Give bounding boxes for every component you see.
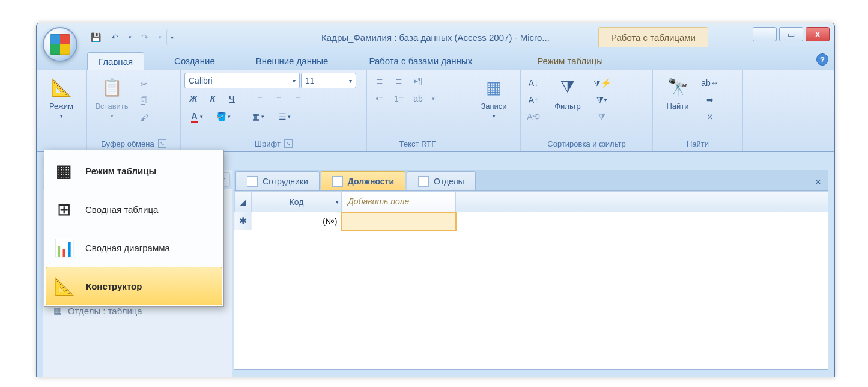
font-name-combo[interactable]: Calibri <box>184 73 300 88</box>
menu-item-pivot-chart[interactable]: 📊 Сводная диаграмма <box>46 228 222 267</box>
close-button[interactable]: X <box>806 27 830 41</box>
datasheet-icon: ▦ <box>52 159 76 183</box>
office-button[interactable] <box>43 27 77 62</box>
paste-label: Вставить <box>95 102 128 111</box>
clipboard-launcher[interactable]: ↘ <box>158 139 166 148</box>
chart-icon: 📊 <box>52 236 76 260</box>
bold-button[interactable]: Ж <box>184 91 202 106</box>
redo-button[interactable]: ↷ <box>136 29 153 45</box>
cell[interactable]: (№) <box>252 212 342 230</box>
alt-row-color-button[interactable]: ☰ <box>272 109 297 124</box>
document-tab[interactable]: Должности <box>321 171 405 190</box>
align-left-icon: ≡ <box>257 94 262 103</box>
font-group-label: Шрифт <box>255 139 281 148</box>
fill-color-button[interactable]: 🪣 <box>211 109 236 124</box>
table-icon <box>332 176 343 187</box>
sort-asc-button[interactable]: A↓ <box>524 75 542 91</box>
highlight-button[interactable]: ab <box>409 91 427 106</box>
bullets-button[interactable]: •≡ <box>371 91 389 106</box>
advanced-filter-button[interactable]: ⧩▾ <box>593 92 611 108</box>
sort-desc-button[interactable]: A↑ <box>524 92 542 108</box>
menu-item-datasheet-view[interactable]: ▦ Режим таблицы <box>46 151 222 190</box>
add-field-column[interactable]: Добавить поле <box>342 192 456 212</box>
minimize-icon: — <box>761 30 769 39</box>
ltr-button[interactable]: ▸¶ <box>409 73 427 88</box>
chevron-down-icon <box>60 113 63 119</box>
italic-button[interactable]: К <box>204 91 222 106</box>
document-tab[interactable]: Отделы <box>407 171 476 190</box>
select-all-corner[interactable]: ◢ <box>235 192 252 212</box>
align-right-button[interactable]: ≡ <box>289 91 307 106</box>
clear-sort-button[interactable]: A⟲ <box>524 109 542 124</box>
ribbon-tab-strip: Главная Создание Внешние данные Работа с… <box>37 51 834 70</box>
align-left-button[interactable]: ≡ <box>250 91 269 106</box>
minimize-button[interactable]: — <box>753 27 777 41</box>
font-color-button[interactable]: A <box>184 109 210 124</box>
view-button[interactable]: 📐 Режим <box>40 73 82 138</box>
arrow-right-icon: ➡ <box>706 95 714 105</box>
tab-database-tools[interactable]: Работа с базами данных <box>358 52 483 70</box>
table-row-new[interactable]: (№) <box>235 212 828 230</box>
find-button[interactable]: 🔭 Найти <box>657 73 699 138</box>
chevron-down-icon <box>261 114 264 120</box>
toggle-filter-button[interactable]: ⧩ <box>593 109 611 124</box>
replace-button[interactable]: ab↔ <box>701 75 719 91</box>
font-size-combo[interactable]: 11 <box>301 73 356 88</box>
scissors-icon: ✂ <box>141 79 148 89</box>
menu-item-pivot-table[interactable]: ⊞ Сводная таблица <box>46 190 222 228</box>
maximize-button[interactable]: ▭ <box>779 27 803 41</box>
decrease-list-button[interactable]: ≣ <box>371 73 389 88</box>
format-painter-button[interactable]: 🖌 <box>135 110 153 126</box>
table-icon: ▦ <box>482 75 506 99</box>
copy-icon: 🗐 <box>140 96 148 106</box>
increase-list-button[interactable]: ≣ <box>390 73 408 88</box>
active-cell[interactable] <box>342 212 456 230</box>
column-header[interactable]: Код <box>252 192 342 212</box>
highlight-dropdown[interactable] <box>428 91 438 106</box>
records-group-label <box>473 138 517 150</box>
font-size-value: 11 <box>305 76 315 85</box>
align-center-icon: ≡ <box>276 94 281 103</box>
undo-button[interactable]: ↶ <box>106 29 123 45</box>
funnel-toggle-icon: ⧩ <box>598 112 605 122</box>
datasheet: ◢ Код Добавить поле (№) <box>234 190 828 370</box>
group-views: 📐 Режим <box>37 70 87 151</box>
chevron-down-icon[interactable] <box>336 199 339 205</box>
tab-home[interactable]: Главная <box>87 52 144 70</box>
tab-table-mode[interactable]: Режим таблицы <box>526 52 614 70</box>
records-button[interactable]: ▦ Записи <box>473 73 515 138</box>
help-button[interactable]: ? <box>816 53 828 66</box>
chevron-down-icon <box>288 114 291 120</box>
paste-button[interactable]: 📋 Вставить <box>91 73 133 138</box>
undo-dropdown[interactable] <box>126 29 134 45</box>
row-selector-new[interactable] <box>235 212 252 230</box>
table-icon <box>418 176 429 187</box>
chevron-down-icon <box>349 78 352 84</box>
cut-button[interactable]: ✂ <box>135 76 153 92</box>
pivot-table-icon: ⊞ <box>52 197 76 221</box>
font-launcher[interactable]: ↘ <box>284 139 293 148</box>
redo-dropdown[interactable] <box>156 29 164 45</box>
align-center-button[interactable]: ≡ <box>270 91 288 106</box>
select-button[interactable]: ⤱ <box>701 109 719 124</box>
document-close-button[interactable]: × <box>815 176 821 189</box>
save-button[interactable]: 💾 <box>87 29 104 45</box>
filter-button[interactable]: ⧩ Фильтр <box>545 73 590 138</box>
tab-external-data[interactable]: Внешние данные <box>245 52 339 70</box>
qat-customize-button[interactable] <box>166 29 177 45</box>
chevron-down-icon <box>293 78 296 84</box>
chevron-down-icon <box>228 114 231 120</box>
document-tab[interactable]: Сотрудники <box>235 171 320 190</box>
find-group-label: Найти <box>657 138 739 150</box>
numbering-button[interactable]: 1≡ <box>390 91 408 106</box>
gridlines-button[interactable]: ▦ <box>246 109 271 124</box>
group-font: Calibri 11 Ж К Ч ≡ ≡ ≡ A 🪣 ▦ ☰ <box>181 70 367 151</box>
group-rtf: ≣ ≣ ▸¶ •≡ 1≡ ab Текст RTF <box>367 70 469 151</box>
doc-tab-label: Отделы <box>434 177 464 186</box>
underline-button[interactable]: Ч <box>223 91 241 106</box>
tab-create[interactable]: Создание <box>163 52 226 70</box>
selection-filter-button[interactable]: ⧩⚡ <box>593 75 611 91</box>
goto-button[interactable]: ➡ <box>701 92 719 108</box>
copy-button[interactable]: 🗐 <box>135 93 153 109</box>
menu-item-design-view[interactable]: 📐 Конструктор <box>46 267 222 305</box>
